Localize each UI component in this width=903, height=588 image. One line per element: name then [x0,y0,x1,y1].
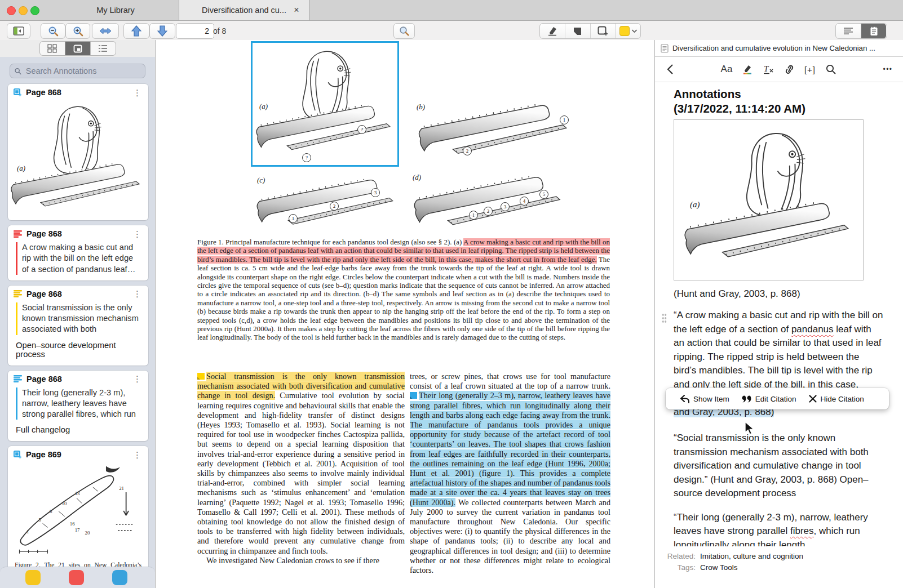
note-quote-3[interactable]: “Their long (generally 2-3 m), narrow, l… [674,511,883,553]
link-icon [784,64,795,75]
annotation-color-picker[interactable] [616,24,640,38]
tab-document[interactable]: Diversification and cu... × [179,0,309,20]
note-title-line2: (3/17/2022, 11:14:20 AM) [674,101,883,116]
blue-highlight-annotation[interactable]: Their long (generally 2–3 m), narrow, le… [410,391,610,506]
current-color-swatch [619,26,630,36]
sequence-mark: 1 [289,214,298,223]
annotation-card-blue-868[interactable]: Page 868 ⋮ Their long (generally 2-3 m),… [8,371,148,442]
annotation-page-label: Page 869 [26,450,127,459]
svg-text:20: 20 [85,530,90,536]
annotation-menu-icon[interactable]: ⋮ [132,230,143,238]
annotations-view-tab[interactable] [65,42,91,55]
show-item-button[interactable]: Show Item [674,395,736,403]
edit-citation-button[interactable]: Edit Citation [736,395,803,403]
zoom-in-button[interactable] [65,23,90,39]
annotation-card-image-868[interactable]: Page 868 ⋮ (a) [8,84,148,220]
map-drawing: 1 5 8 10 13 16 17 20 21 [12,462,143,559]
tab-close-icon[interactable]: × [291,5,302,16]
tags-label: Tags: [655,562,696,573]
caption-text: Figure 1. Principal manufacture techniqu… [197,238,463,246]
note-icon [573,26,582,36]
quote-icon [742,395,751,403]
next-page-button[interactable] [149,23,175,39]
note-title-line1: Annotations [674,87,883,101]
annotation-color-filter-bar [0,567,155,588]
annotation-search[interactable] [10,64,145,78]
svg-text:T: T [764,64,769,73]
tab-my-library-label: My Library [96,6,135,15]
annotation-menu-icon[interactable]: ⋮ [132,289,143,298]
page-number-input[interactable] [176,23,214,39]
close-window-button[interactable] [7,6,16,15]
tags-value[interactable]: Crow Tools [700,562,738,573]
sequence-mark: 3 [501,202,510,211]
text-format-button[interactable]: Aa [716,61,737,78]
note-editor-content[interactable]: Annotations (3/17/2022, 11:14:20 AM) (a)… [655,87,903,552]
leaf-drawing [410,168,567,235]
note-tool-button[interactable] [565,24,591,38]
drag-handle-icon[interactable] [662,313,667,323]
sidebar-view-switcher [0,40,155,57]
zoom-window-button[interactable] [30,6,39,15]
toggle-sidebar-button[interactable] [7,23,30,39]
filter-blue-chip[interactable] [112,570,127,585]
zoom-in-icon [73,26,83,37]
note-title[interactable]: Annotations (3/17/2022, 11:14:20 AM) [674,87,883,116]
figure1-caption: Figure 1. Principal manufacture techniqu… [197,238,610,342]
leaf-drawing [255,171,398,234]
selected-image-annotation[interactable]: (a) ? ? [251,41,399,167]
yellow-note-icon[interactable] [197,373,205,380]
area-select-tool-button[interactable] [591,24,616,38]
svg-text:8: 8 [50,509,52,515]
image-citation[interactable]: (Hunt and Gray, 2003, p. 868) [674,288,883,300]
annotations-view-button[interactable] [836,24,861,38]
link-button[interactable] [779,61,799,78]
zoom-page-width-button[interactable] [92,23,119,39]
highlight-color-button[interactable] [737,61,758,78]
previous-page-button[interactable] [123,23,149,39]
annotation-tools-group [539,23,641,39]
back-button[interactable] [659,61,680,78]
citation-popup: Show Item Edit Citation Hide Citation [666,388,889,409]
leaf-drawing [682,189,855,273]
annotation-search-input[interactable] [25,66,140,76]
filter-red-chip[interactable] [69,570,84,585]
close-icon [809,395,817,403]
insert-citation-button[interactable]: [+] [800,61,820,78]
search-icon [15,68,21,75]
notes-view-button[interactable] [861,24,886,38]
outline-view-button[interactable] [91,42,116,55]
tab-document-label: Diversification and cu... [202,6,286,15]
note-search-button[interactable] [821,61,841,78]
annotation-menu-icon[interactable]: ⋮ [132,451,143,459]
annotation-quote: Social transmission is the only known tr… [16,302,141,335]
thumbnails-view-button[interactable] [40,42,65,55]
clear-formatting-button[interactable]: T [758,61,778,78]
filter-yellow-chip[interactable] [25,570,41,585]
highlighter-icon [547,26,558,36]
find-in-document-button[interactable] [393,23,415,39]
figure-panel-d: (d) 5 4 3 2 1 [407,166,570,234]
annotation-menu-icon[interactable]: ⋮ [132,375,143,383]
minimize-window-button[interactable] [19,6,28,15]
annotations-sidebar: Page 868 ⋮ (a) Page 868 ⋮ A [0,40,156,588]
highlight-tool-button[interactable] [540,24,565,38]
more-options-button[interactable]: ••• [878,61,898,78]
note-embedded-image[interactable]: (a) [674,119,864,280]
tab-my-library[interactable]: My Library [51,0,180,20]
annotations-list: Page 868 ⋮ (a) Page 868 ⋮ A [0,57,155,588]
note-footer: Related: Imitation, culture and cognitio… [655,546,903,588]
annotation-square-icon [73,44,82,53]
text-format-label: Aa [721,64,733,75]
note-quote-2[interactable]: “Social transmission is the only known t… [674,431,883,501]
blue-note-icon[interactable] [410,392,417,399]
body-text: trees, or screw pines, that crows use fo… [410,372,610,390]
annotation-card-red-868[interactable]: Page 868 ⋮ A crow making a basic cut and… [8,225,148,280]
sequence-mark: 2 [463,146,472,155]
zoom-out-button[interactable] [41,23,65,39]
reader-toolbar: of 8 [0,21,903,41]
annotation-card-yellow-868[interactable]: Page 868 ⋮ Social transmission is the on… [8,286,148,366]
related-value[interactable]: Imitation, culture and cognition [700,551,803,562]
annotation-menu-icon[interactable]: ⋮ [132,88,143,97]
hide-citation-button[interactable]: Hide Citation [803,395,870,403]
